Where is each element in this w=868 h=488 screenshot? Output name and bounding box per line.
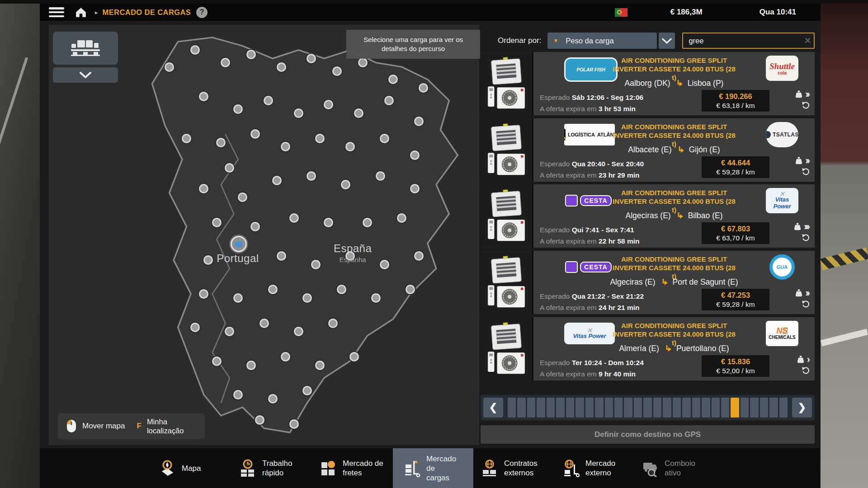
pagination-tick[interactable]	[702, 398, 710, 418]
map-city-dot[interactable]	[212, 218, 222, 227]
map-city-dot[interactable]	[255, 415, 264, 425]
search-clear-icon[interactable]: ✕	[804, 36, 811, 46]
pagination-tick[interactable]	[556, 398, 564, 418]
map-city-dot[interactable]	[419, 83, 428, 93]
sort-direction-icon[interactable]: ▼	[553, 38, 558, 44]
map-city-dot[interactable]	[225, 163, 234, 173]
pagination-tick-active[interactable]	[731, 398, 739, 418]
map-city-dot[interactable]	[268, 394, 278, 404]
nav-tab-mercado-de-cargas[interactable]: Mercado decargas	[393, 448, 473, 488]
map-city-dot[interactable]	[311, 260, 321, 269]
map-city-dot[interactable]	[238, 192, 247, 202]
cargo-listing-row[interactable]: CESTA Vitas Power AIR CONDITIONING GREE …	[481, 184, 815, 248]
map-city-dot[interactable]	[302, 386, 312, 395]
map-city-dot[interactable]	[380, 134, 389, 143]
pagination-tick[interactable]	[527, 398, 535, 418]
pagination-tick[interactable]	[653, 398, 661, 418]
pagination-tick[interactable]	[517, 398, 525, 418]
map-city-dot[interactable]	[272, 176, 282, 185]
page-next-button[interactable]: ❯	[792, 398, 812, 418]
map-city-dot[interactable]	[277, 62, 286, 72]
map-city-dot[interactable]	[182, 134, 191, 143]
pagination-tick[interactable]	[508, 398, 516, 418]
map-city-dot[interactable]	[294, 327, 303, 336]
map-city-dot[interactable]	[328, 319, 338, 328]
map-city-dot[interactable]	[268, 285, 278, 294]
map-city-dot[interactable]	[345, 142, 355, 151]
pagination-tick[interactable]	[566, 398, 574, 418]
map-city-dot[interactable]	[363, 218, 372, 227]
map-city-dot[interactable]	[264, 96, 273, 105]
map-city-dot[interactable]	[302, 293, 312, 303]
pagination-tick[interactable]	[673, 398, 681, 418]
search-input[interactable]	[682, 33, 815, 49]
cargo-listing-row[interactable]: LOGÍSTICAATLÂNTICA TSATLAS AIR CONDITION…	[481, 118, 815, 182]
map-city-dot[interactable]	[199, 92, 208, 101]
sort-expand-button[interactable]	[659, 33, 675, 49]
cargo-listing-row[interactable]: CESTA GUA AIR CONDITIONING GREE SPLITINV…	[481, 251, 815, 314]
map-city-dot[interactable]	[294, 108, 303, 118]
cargo-listing-row[interactable]: Vitas Power NSCHEMICALS AIR CONDITIONING…	[481, 317, 815, 380]
map-city-dot[interactable]	[354, 108, 363, 118]
pagination-tick[interactable]	[643, 398, 651, 418]
map-city-dot[interactable]	[246, 361, 256, 370]
pagination-tick[interactable]	[614, 398, 623, 418]
nav-tab-mercado-externo[interactable]: Mercadoexterno	[562, 448, 615, 488]
pagination-tick[interactable]	[769, 398, 778, 418]
cargo-weight-icon	[793, 222, 802, 231]
route-map[interactable]: Portugal España Espanha	[49, 25, 479, 445]
pagination-tick[interactable]	[634, 398, 642, 418]
map-city-dot[interactable]	[376, 171, 385, 181]
pagination-tick[interactable]	[624, 398, 632, 418]
map-city-dot[interactable]	[307, 54, 316, 63]
map-city-dot[interactable]	[289, 419, 299, 429]
nav-tab-trabalho-rapido[interactable]: Trabalhorápido	[239, 448, 292, 488]
map-city-dot[interactable]	[315, 361, 325, 370]
set-gps-destination-button[interactable]: Definir como destino no GPS	[481, 425, 815, 444]
map-city-dot[interactable]	[212, 357, 222, 366]
map-city-dot[interactable]	[233, 104, 243, 114]
cargo-selector-expand-button[interactable]	[53, 67, 118, 83]
pagination-tick[interactable]	[595, 398, 603, 418]
pagination-tick[interactable]	[663, 398, 671, 418]
nav-tab-mercado-de-fretes[interactable]: Mercado defretes	[319, 448, 383, 488]
pagination-tick[interactable]	[537, 398, 545, 418]
external-market-globe-icon	[562, 459, 580, 477]
pagination-tick[interactable]	[741, 398, 749, 418]
pagination-tick[interactable]	[779, 398, 788, 418]
map-city-dot[interactable]	[221, 58, 230, 67]
nav-tab-contratos-externos[interactable]: Contratosexternos	[481, 448, 538, 488]
pagination-tick[interactable]	[576, 398, 584, 418]
map-city-dot[interactable]	[324, 218, 333, 227]
map-city-dot[interactable]	[410, 184, 420, 193]
menu-icon[interactable]	[49, 7, 64, 17]
help-icon[interactable]: ?	[196, 7, 208, 18]
page-prev-button[interactable]: ❮	[483, 398, 503, 418]
map-city-dot[interactable]	[203, 255, 213, 265]
cargo-type-selector-button[interactable]	[53, 32, 118, 65]
pagination-tick[interactable]	[760, 398, 768, 418]
map-city-dot[interactable]	[165, 62, 174, 72]
pagination-tick[interactable]	[712, 398, 720, 418]
map-city-dot[interactable]	[371, 293, 381, 303]
nav-tab-mapa[interactable]: Mapa	[158, 448, 201, 488]
map-city-dot[interactable]	[384, 96, 394, 105]
pagination-tick[interactable]	[750, 398, 758, 418]
cargo-listing-row[interactable]: POLAR FISH Shuttlecola AIR CONDITIONING …	[481, 52, 815, 115]
pagination-tick[interactable]	[682, 398, 690, 418]
home-icon[interactable]	[74, 6, 88, 18]
pagination-tick[interactable]	[605, 398, 613, 418]
map-city-dot[interactable]	[410, 150, 420, 160]
pagination-tick[interactable]	[585, 398, 594, 418]
map-city-dot[interactable]	[380, 260, 389, 269]
map-city-dot[interactable]	[277, 251, 286, 261]
map-city-dot[interactable]	[332, 66, 342, 76]
sort-dropdown[interactable]: ▼ Peso da carga	[547, 33, 657, 49]
map-city-dot[interactable]	[246, 50, 256, 59]
pagination-tick[interactable]	[547, 398, 555, 418]
pagination-tick[interactable]	[721, 398, 729, 418]
map-city-dot[interactable]	[315, 134, 325, 143]
pagination-tick[interactable]	[692, 398, 700, 418]
map-city-dot[interactable]	[199, 289, 208, 299]
map-city-dot[interactable]	[259, 319, 269, 328]
